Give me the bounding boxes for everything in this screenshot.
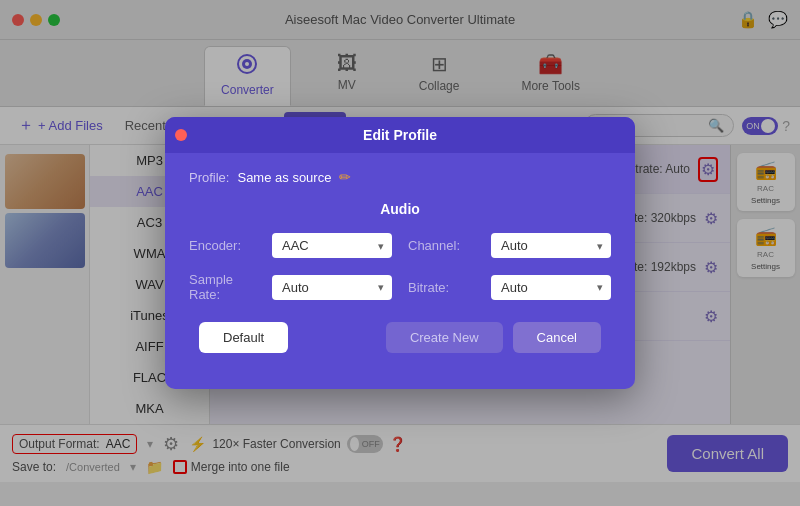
modal-titlebar: Edit Profile — [165, 117, 635, 153]
modal-actions: Default Create New Cancel — [189, 322, 611, 353]
modal-form-row-1: Encoder: AAC Channel: Auto — [189, 233, 611, 258]
cancel-button[interactable]: Cancel — [513, 322, 601, 353]
channel-select-wrapper: Auto — [491, 233, 611, 258]
sample-rate-label: Sample Rate: — [189, 272, 256, 302]
default-button[interactable]: Default — [199, 322, 288, 353]
encoder-select-wrapper: AAC — [272, 233, 392, 258]
encoder-select[interactable]: AAC — [272, 233, 392, 258]
create-new-button[interactable]: Create New — [386, 322, 503, 353]
sample-rate-select[interactable]: Auto — [272, 275, 392, 300]
modal-body: Profile: Same as source ✏ Audio Encoder:… — [165, 153, 635, 369]
bitrate-select[interactable]: Auto — [491, 275, 611, 300]
channel-label: Channel: — [408, 238, 475, 253]
bitrate-label: Bitrate: — [408, 280, 475, 295]
modal-profile-label: Profile: — [189, 170, 229, 185]
channel-select[interactable]: Auto — [491, 233, 611, 258]
sample-rate-select-wrapper: Auto — [272, 275, 392, 300]
edit-profile-modal: Edit Profile Profile: Same as source ✏ A… — [165, 117, 635, 389]
modal-right-buttons: Create New Cancel — [386, 322, 601, 353]
modal-title: Edit Profile — [363, 127, 437, 143]
modal-form-row-2: Sample Rate: Auto Bitrate: Auto — [189, 272, 611, 302]
bitrate-select-wrapper: Auto — [491, 275, 611, 300]
modal-section-title: Audio — [189, 201, 611, 217]
edit-pencil-icon[interactable]: ✏ — [339, 169, 351, 185]
encoder-label: Encoder: — [189, 238, 256, 253]
modal-close-button[interactable] — [175, 129, 187, 141]
modal-profile-row: Profile: Same as source ✏ — [189, 169, 611, 185]
modal-overlay: Edit Profile Profile: Same as source ✏ A… — [0, 0, 800, 506]
modal-profile-value: Same as source — [237, 170, 331, 185]
